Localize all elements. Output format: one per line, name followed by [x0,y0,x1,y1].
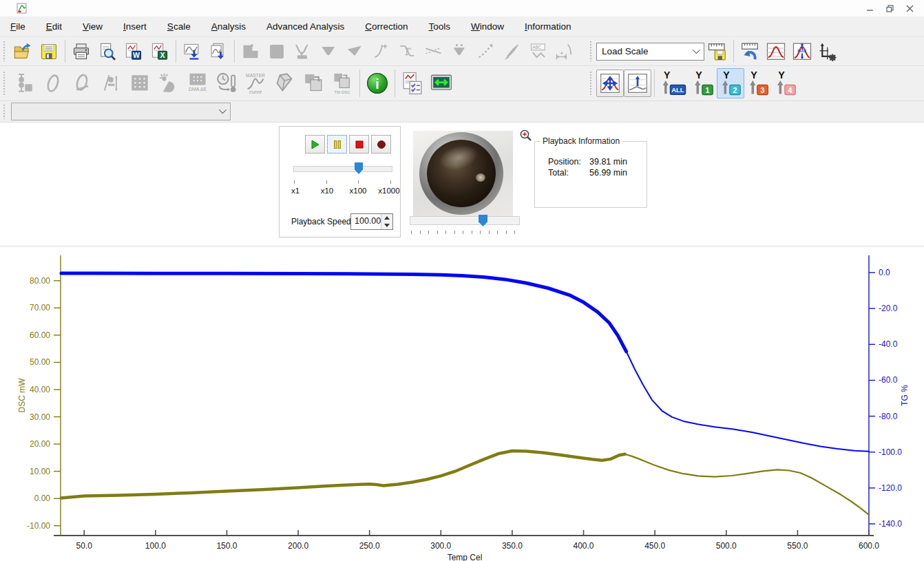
load-scale-combobox[interactable]: Load Scale [596,43,704,61]
peak-slant-analysis-button[interactable] [342,39,368,64]
svg-text:-100.0: -100.0 [879,447,902,457]
export-excel-button[interactable]: X [147,39,173,64]
tm-dsc-button[interactable]: TM-DSC [328,68,357,98]
toolbar-grip[interactable] [590,72,594,96]
probe-position-button[interactable] [96,68,125,98]
svg-text:30.00: 30.00 [30,412,50,422]
restore-button[interactable] [880,2,900,15]
y-scale-3-button[interactable]: Y3 [744,68,772,98]
svg-text:-40.0: -40.0 [879,339,898,349]
load-multiple-curves-button[interactable] [205,39,231,64]
step-analysis-button[interactable] [395,39,421,64]
toolbar-grip[interactable] [590,41,594,61]
normalize-scale-button[interactable] [763,39,789,64]
svg-text:250.0: 250.0 [359,541,380,551]
y-scale-2-button[interactable]: Y2 [717,68,744,98]
sampler-button[interactable] [10,68,39,98]
save-scale-button[interactable] [704,39,731,64]
menu-correction[interactable]: Correction [355,17,418,36]
toolbar-separator [65,40,65,63]
uv-sample-button[interactable] [154,68,183,98]
toolbar-grip[interactable] [3,105,7,119]
snapshot-transfer-button[interactable] [427,68,456,98]
play-button[interactable] [305,135,325,154]
pause-button[interactable] [327,135,347,154]
axis-settings-button[interactable] [815,39,841,64]
pen-annotation-button[interactable] [499,39,525,64]
position-slider-track[interactable] [410,216,520,225]
menu-insert[interactable]: Insert [113,17,157,36]
spin-up-button[interactable] [381,214,392,222]
menu-file[interactable]: File [0,17,36,36]
playback-speed-spinbox[interactable]: 100.00 [350,213,393,230]
intersection-analysis-button[interactable] [421,39,447,64]
undo-scale-button[interactable] [737,39,763,64]
spin-down-button[interactable] [381,222,392,229]
menu-edit[interactable]: Edit [36,17,72,36]
close-button[interactable] [900,2,920,15]
position-slider-thumb[interactable] [479,215,487,226]
menu-analysis[interactable]: Analysis [201,17,256,36]
menu-scale[interactable]: Scale [157,17,201,36]
time-temperature-button[interactable] [212,68,241,98]
menu-view[interactable]: View [72,17,113,36]
sample-cut-button[interactable] [270,68,299,98]
peak-analysis-button[interactable] [316,39,342,64]
svg-text:0.00: 0.00 [34,494,51,503]
range-measure-button[interactable] [552,39,578,64]
y-scale-4-button[interactable]: Y4 [772,68,799,98]
master-curve-button[interactable]: MASTERcurve [241,68,270,98]
minimize-button[interactable] [860,2,880,15]
menu-advanced-analysis[interactable]: Advanced Analysis [256,17,355,36]
svg-text:-140.0: -140.0 [879,519,902,529]
svg-text:-120.0: -120.0 [879,483,902,493]
save-button[interactable] [36,39,62,64]
move-curve-button[interactable] [596,70,624,97]
speed-slider-track[interactable] [293,166,392,172]
stop-button[interactable] [349,135,369,154]
y-scale-all-button[interactable]: YALL [658,68,689,98]
export-word-button[interactable]: W [120,39,147,64]
max-scale-button[interactable]: MAX [789,39,815,64]
speed-tick-label-x1: x1 [291,187,300,195]
information-button[interactable]: i [363,68,392,98]
svg-text:Temp Cel: Temp Cel [448,553,483,561]
menu-information[interactable]: Information [514,17,582,36]
print-button[interactable] [68,39,94,64]
speed-slider-thumb[interactable] [355,162,363,174]
open-file-button[interactable] [10,39,36,64]
peak-points-analysis-button[interactable] [447,39,473,64]
text-annotation-button[interactable]: ABC_ [525,39,552,64]
position-tick [454,231,455,234]
grid-map-button[interactable] [125,68,154,98]
toolbar-grip[interactable] [3,41,7,61]
speed-tick-label-x100: x100 [350,187,367,195]
analysis-area-button[interactable] [264,39,290,64]
ring-sample-button[interactable] [39,68,67,98]
position-tick [445,231,446,234]
menu-window[interactable]: Window [461,17,514,36]
valley-analysis-button[interactable] [290,39,316,64]
chart-panel[interactable]: 80.0070.0060.0050.0040.0030.0020.0010.00… [0,246,924,561]
y-scale-1-button[interactable]: Y1 [689,68,717,98]
ring-cross-sample-button[interactable] [67,68,96,98]
app-icon [17,3,28,14]
curve-label: curve [249,89,262,95]
onset-analysis-button[interactable] [368,39,395,64]
copy-curve-button[interactable] [299,68,328,98]
print-preview-button[interactable] [94,39,120,64]
position-tick [428,231,429,234]
curve-trace-button[interactable] [473,39,499,64]
shift-curve-button[interactable] [624,70,651,97]
menu-tools[interactable]: Tools [419,17,461,36]
toolbar-grip[interactable] [3,72,7,96]
report-settings-button[interactable] [398,68,427,98]
record-button[interactable] [371,135,391,154]
dma-de-label: DMA ΔE [189,87,207,92]
analysis-block-button[interactable] [238,39,264,64]
dma-de-button[interactable]: DMA ΔE [183,68,212,98]
dsc-tg-chart[interactable]: 80.0070.0060.0050.0040.0030.0020.0010.00… [0,246,924,561]
load-curve-button[interactable] [179,39,205,64]
zoom-in-image-button[interactable] [519,129,532,142]
preset-combobox[interactable] [11,103,231,120]
